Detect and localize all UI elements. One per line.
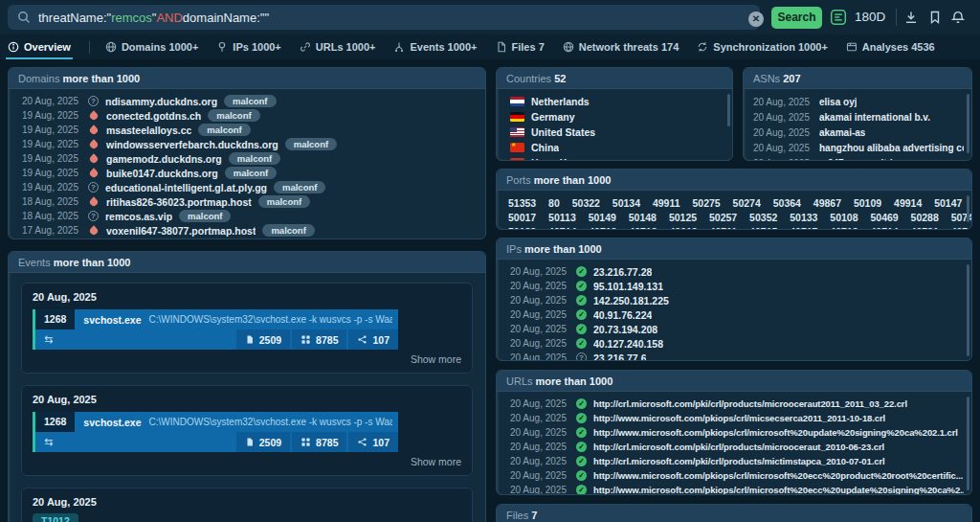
process-entry[interactable]: 1268 svchost.exe C:\WINDOWS\system32\svc… <box>33 412 398 452</box>
country-row[interactable]: United States <box>497 125 732 140</box>
files-count-stat[interactable]: 2509 <box>236 329 290 350</box>
countries-panel-header: Countries 52 <box>497 68 732 89</box>
ip-row[interactable]: 20 Aug, 2025✓20.73.194.208 <box>497 322 971 336</box>
flame-icon <box>88 125 99 135</box>
show-more-link[interactable]: Show more <box>33 456 461 468</box>
url-row[interactable]: 20 Aug, 2025✓http://www.microsoft.com/pk… <box>497 468 971 483</box>
url-row[interactable]: 20 Aug, 2025✓http://crl.microsoft.com/pk… <box>497 397 971 411</box>
registry-count-stat[interactable]: 8785 <box>292 329 346 350</box>
mitre-technique-tag[interactable]: T1012 <box>33 513 78 522</box>
top-bar: threatName:"remcos" AND domainName:"" ✕ … <box>0 0 980 34</box>
network-count-stat[interactable]: 107 <box>348 329 398 350</box>
domain-row[interactable]: 20 Aug, 2025?ndisammy.duckdns.orgmalconf <box>9 94 485 108</box>
ip-row[interactable]: 20 Aug, 2025✓95.101.149.131 <box>497 279 971 293</box>
question-icon: ? <box>576 352 587 361</box>
tab-events[interactable]: Events 1000+ <box>393 34 477 59</box>
window-icon <box>846 41 858 53</box>
files-count-stat[interactable]: 2509 <box>236 432 290 452</box>
asn-row[interactable]: 20 Aug, 2025akamai international b.v. <box>744 109 971 125</box>
sync-icon <box>697 41 708 53</box>
malconf-tag[interactable]: malconf <box>208 109 259 122</box>
tab-network-threats[interactable]: Network threats 174 <box>563 34 679 59</box>
ports-row[interactable]: 51353 80 50322 50134 49911 50275 50274 5… <box>497 194 971 209</box>
check-icon: ✓ <box>576 456 587 466</box>
domain-row[interactable]: 18 Aug, 2025ritihas826-36023.portmap.hos… <box>9 194 485 209</box>
process-jump-icon[interactable]: ⇆ <box>44 432 53 452</box>
tab-urls[interactable]: URLs 1000+ <box>300 34 376 59</box>
domain-row[interactable]: 19 Aug, 2025windowsserverfebarch.duckdns… <box>9 137 485 151</box>
bookmark-icon[interactable] <box>927 10 943 25</box>
malconf-tag[interactable]: malconf <box>262 224 314 237</box>
url-row[interactable]: 20 Aug, 2025✓http://www.microsoft.com/pk… <box>497 411 971 425</box>
url-row[interactable]: 20 Aug, 2025✓http://www.microsoft.com/pk… <box>497 425 971 440</box>
malconf-tag[interactable]: malconf <box>229 152 280 165</box>
domain-row[interactable]: 19 Aug, 2025msasteelalloys.ccmalconf <box>9 123 485 137</box>
tab-synchronization[interactable]: Synchronization 1000+ <box>697 34 828 59</box>
registry-count-stat[interactable]: 8785 <box>292 432 346 452</box>
download-icon[interactable] <box>903 10 919 25</box>
pin-icon <box>216 41 228 53</box>
check-icon: ✓ <box>576 470 587 481</box>
ip-row[interactable]: 20 Aug, 2025✓40.91.76.224 <box>497 307 971 322</box>
query-field: threatName:" <box>38 11 111 25</box>
ip-row[interactable]: 20 Aug, 2025✓142.250.181.225 <box>497 293 971 307</box>
clear-query-button[interactable]: ✕ <box>748 11 764 27</box>
topbar-divider <box>896 9 897 26</box>
question-icon: ? <box>88 211 99 221</box>
ports-row[interactable]: 50017 50113 50149 50148 50125 50257 5035… <box>497 209 971 223</box>
domain-row[interactable]: 19 Aug, 2025gamemodz.duckdns.orgmalconf <box>9 151 485 166</box>
ip-row[interactable]: 20 Aug, 2025?23.216.77.6 <box>497 351 971 361</box>
file-icon <box>496 41 507 53</box>
time-range-selector[interactable]: 180D <box>855 10 885 24</box>
asn-row[interactable]: 20 Aug, 2025m247 europe ltd <box>744 155 971 161</box>
check-icon: ✓ <box>576 413 587 423</box>
event-card: 20 Aug, 2025 T1012 <box>21 488 473 522</box>
asn-row[interactable]: 20 Aug, 2025akamai-as <box>744 125 971 140</box>
china-flag-icon <box>510 143 524 152</box>
scrollbar-thumb[interactable] <box>967 94 969 153</box>
url-row[interactable]: 20 Aug, 2025✓http://crl.microsoft.com/pk… <box>497 454 971 468</box>
ip-row[interactable]: 20 Aug, 2025✓23.216.77.28 <box>497 264 971 279</box>
malconf-tag[interactable]: malconf <box>258 195 310 208</box>
process-entry[interactable]: 1268 svchost.exe C:\WINDOWS\system32\svc… <box>33 309 398 350</box>
scrollbar-thumb[interactable] <box>967 195 969 222</box>
saved-searches-icon[interactable] <box>830 9 847 26</box>
network-count-stat[interactable]: 107 <box>348 432 398 452</box>
process-branch-icon <box>393 41 405 53</box>
scrollbar-thumb[interactable] <box>727 94 730 126</box>
domain-row[interactable]: 18 Aug, 2025?remcos.as.vipmalconf <box>9 209 485 223</box>
malconf-tag[interactable]: malconf <box>179 210 231 222</box>
country-row[interactable]: Hong Kong <box>497 155 732 161</box>
scrollbar-thumb[interactable] <box>967 397 969 490</box>
link-icon <box>300 41 311 53</box>
country-row[interactable]: China <box>497 140 732 155</box>
tab-files[interactable]: Files 7 <box>496 34 545 59</box>
domain-row[interactable]: 19 Aug, 2025?educational-intelligent.gl.… <box>9 180 485 194</box>
tab-domains[interactable]: Domains 1000+ <box>105 34 198 59</box>
domain-row[interactable]: 17 Aug, 2025voxenil647-38077.portmap.hos… <box>9 223 485 238</box>
asn-row[interactable]: 20 Aug, 2025elisa oyj <box>744 94 971 109</box>
country-row[interactable]: Netherlands <box>497 94 732 109</box>
show-more-link[interactable]: Show more <box>33 353 461 366</box>
country-row[interactable]: Germany <box>497 109 732 125</box>
domain-row[interactable]: 19 Aug, 2025conected.gotdns.chmalconf <box>9 108 485 123</box>
asn-row[interactable]: 20 Aug, 2025hangzhou alibaba advertising… <box>744 140 971 155</box>
search-input[interactable]: threatName:"remcos" AND domainName:"" <box>8 5 760 30</box>
malconf-tag[interactable]: malconf <box>224 95 276 107</box>
domain-row[interactable]: 19 Aug, 2025buike0147.duckdns.orgmalconf <box>9 166 485 180</box>
tab-overview[interactable]: Overview <box>8 34 71 59</box>
tab-ips[interactable]: IPs 1000+ <box>216 34 280 59</box>
malconf-tag[interactable]: malconf <box>225 167 277 179</box>
url-row[interactable]: 20 Aug, 2025✓http://www.microsoft.com/pk… <box>497 483 971 495</box>
ports-row[interactable]: 50132 49714 49712 49713 49912 49711 4971… <box>497 223 971 230</box>
search-button[interactable]: Search <box>771 7 822 29</box>
malconf-tag[interactable]: malconf <box>285 138 337 150</box>
process-jump-icon[interactable]: ⇆ <box>44 329 53 350</box>
url-row[interactable]: 20 Aug, 2025✓http://crl.microsoft.com/pk… <box>497 440 971 454</box>
ip-row[interactable]: 20 Aug, 2025✓40.127.240.158 <box>497 336 971 351</box>
scrollbar-thumb[interactable] <box>967 264 969 356</box>
notifications-bell-icon[interactable] <box>950 10 966 25</box>
malconf-tag[interactable]: malconf <box>198 124 250 136</box>
malconf-tag[interactable]: malconf <box>274 181 325 193</box>
tab-analyses[interactable]: Analyses 4536 <box>846 34 935 59</box>
